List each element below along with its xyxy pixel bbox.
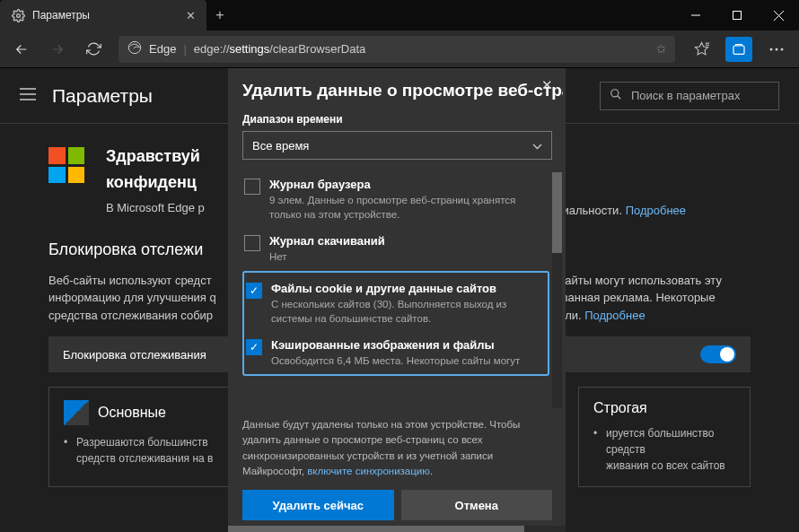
option-desc: 9 элем. Данные о просмотре веб-страниц х… xyxy=(269,193,549,222)
checkbox-download-history[interactable] xyxy=(244,235,260,251)
svg-marker-6 xyxy=(695,42,707,54)
address-bar-row: Edge | edge://settings/clearBrowserData … xyxy=(0,31,799,68)
option-title: Журнал скачиваний xyxy=(269,234,385,248)
favorite-icon[interactable]: ✩ xyxy=(656,42,666,56)
option-title: Файлы cookie и другие данные сайтов xyxy=(271,282,535,295)
option-cookies: ✓ Файлы cookie и другие данные сайтовС н… xyxy=(244,276,548,333)
checkbox-cookies[interactable]: ✓ xyxy=(246,283,262,299)
learn-more-link-1[interactable]: Подробнее xyxy=(626,204,686,217)
svg-line-17 xyxy=(618,96,621,100)
tracking-toggle[interactable] xyxy=(700,345,736,363)
option-cached: ✓ Кэшированные изображения и файлыОсвобо… xyxy=(244,333,548,370)
favorites-icon[interactable] xyxy=(684,33,718,65)
tab-close-icon[interactable]: ✕ xyxy=(186,9,196,22)
close-window-button[interactable] xyxy=(758,0,799,31)
option-download-history: Журнал скачиванийНет xyxy=(242,229,562,271)
checkbox-cached[interactable]: ✓ xyxy=(246,339,262,355)
browser-tab[interactable]: Параметры ✕ xyxy=(0,0,206,31)
option-desc: Освободится 6,4 МБ места. Некоторые сайт… xyxy=(271,353,520,368)
svg-point-16 xyxy=(611,90,619,97)
modal-horizontal-scrollbar[interactable] xyxy=(228,526,566,532)
tracking-section-desc-left: Веб-сайты используют средст информацию д… xyxy=(48,272,237,325)
svg-point-10 xyxy=(770,48,773,50)
page-title: Параметры xyxy=(52,85,153,107)
chevron-down-icon xyxy=(532,139,542,153)
new-tab-button[interactable]: + xyxy=(206,7,233,23)
collections-icon[interactable] xyxy=(725,37,752,62)
option-desc: С нескольких сайтов (30). Выполняется вы… xyxy=(271,297,535,326)
window-titlebar: Параметры ✕ + xyxy=(0,0,799,31)
card-basic-bullet: Разрешаются большинств средств отслежива… xyxy=(64,434,222,467)
window-controls xyxy=(675,0,799,31)
search-placeholder: Поиск в параметрах xyxy=(631,89,741,102)
clear-data-options: Журнал браузера9 элем. Данные о просмотр… xyxy=(242,172,562,408)
learn-more-link-2[interactable]: Подробнее xyxy=(584,309,645,322)
highlighted-options-group: ✓ Файлы cookie и другие данные сайтовС н… xyxy=(242,271,549,375)
modal-footer-note: Данные будут удалены только на этом устр… xyxy=(242,408,563,490)
tracking-card-basic[interactable]: Основные Разрешаются большинств средств … xyxy=(48,387,237,487)
forward-button[interactable] xyxy=(41,33,74,65)
modal-buttons: Удалить сейчас Отмена xyxy=(242,490,563,524)
hamburger-icon[interactable] xyxy=(20,88,36,104)
svg-point-11 xyxy=(776,48,778,50)
checkbox-browsing-history[interactable] xyxy=(244,179,260,195)
card-strict-title: Строгая xyxy=(593,400,647,416)
addrbar-separator: | xyxy=(183,42,186,56)
clear-data-modal: ✕ Удалить данные о просмотре веб-стра Ди… xyxy=(228,68,566,531)
search-icon xyxy=(610,88,622,103)
option-title: Журнал браузера xyxy=(269,178,549,191)
scrollbar-thumb[interactable] xyxy=(552,172,562,253)
greeting-line-1: Здравствуй xyxy=(106,144,205,170)
tracking-card-strict[interactable]: Строгая ируется большинство средств жива… xyxy=(578,387,751,487)
edge-icon xyxy=(127,40,142,57)
microsoft-logo-icon xyxy=(48,147,84,183)
address-bar[interactable]: Edge | edge://settings/clearBrowserData … xyxy=(119,36,675,63)
cancel-button[interactable]: Отмена xyxy=(401,490,553,520)
greeting-subtitle: В Microsoft Edge р xyxy=(106,201,205,214)
tracking-section-desc-right: еб-сайты могут использовать эту ированна… xyxy=(542,272,722,325)
refresh-button[interactable] xyxy=(77,33,110,65)
tracking-toggle-label: Блокировка отслеживания xyxy=(63,348,206,362)
gear-icon xyxy=(11,8,25,22)
minimize-button[interactable] xyxy=(675,0,716,31)
svg-point-12 xyxy=(781,48,784,50)
edge-label: Edge xyxy=(149,42,176,56)
option-desc: Нет xyxy=(269,249,385,264)
basic-card-icon xyxy=(64,400,89,425)
option-title: Кэшированные изображения и файлы xyxy=(271,338,520,352)
back-button[interactable] xyxy=(5,33,38,65)
settings-search-input[interactable]: Поиск в параметрах xyxy=(600,82,779,110)
time-range-select[interactable]: Все время xyxy=(242,131,552,160)
clear-now-button[interactable]: Удалить сейчас xyxy=(242,490,394,520)
modal-close-button[interactable]: ✕ xyxy=(536,72,558,99)
time-range-label: Диапазон времени xyxy=(242,113,563,126)
option-browsing-history: Журнал браузера9 элем. Данные о просмотр… xyxy=(242,172,562,229)
svg-point-0 xyxy=(16,13,20,17)
url-text: edge://settings/clearBrowserData xyxy=(194,42,366,56)
card-basic-title: Основные xyxy=(98,405,166,421)
maximize-button[interactable] xyxy=(716,0,758,31)
svg-rect-2 xyxy=(733,12,742,20)
enable-sync-link[interactable]: включите синхронизацию xyxy=(307,466,430,476)
h-scrollbar-thumb[interactable] xyxy=(228,526,524,532)
modal-title: Удалить данные о просмотре веб-стра xyxy=(242,81,563,100)
card-strict-bullet: ируется большинство средств живания со в… xyxy=(593,425,735,474)
time-range-value: Все время xyxy=(252,139,309,153)
menu-icon[interactable] xyxy=(759,33,794,65)
tab-title: Параметры xyxy=(32,9,90,22)
greeting-line-2: конфиденц xyxy=(106,170,205,196)
options-scrollbar[interactable] xyxy=(552,172,562,408)
svg-rect-9 xyxy=(733,46,744,54)
